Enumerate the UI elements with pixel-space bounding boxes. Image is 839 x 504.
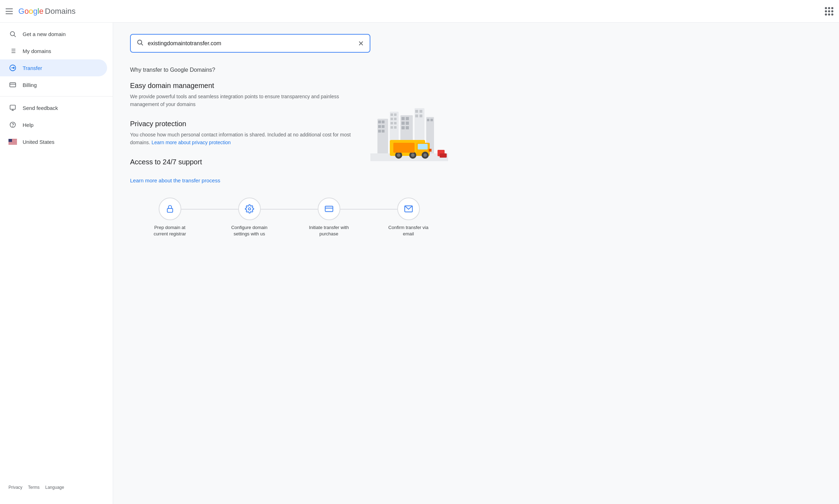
svg-rect-73 <box>325 206 333 211</box>
svg-rect-28 <box>382 121 385 123</box>
svg-rect-43 <box>401 117 405 120</box>
why-transfer-section: Why transfer to Google Domains? Easy dom… <box>130 67 448 237</box>
why-title: Why transfer to Google Domains? <box>130 67 448 73</box>
svg-rect-23 <box>8 139 12 142</box>
svg-rect-46 <box>406 122 409 125</box>
svg-rect-31 <box>378 130 381 133</box>
svg-rect-26 <box>377 119 388 154</box>
sidebar-divider <box>0 96 113 96</box>
step-confirm-label: Confirm transfer via email <box>387 224 430 237</box>
sidebar-country-label: United States <box>23 139 54 145</box>
sidebar-item-feedback[interactable]: Send feedback <box>0 99 107 116</box>
svg-rect-39 <box>394 122 397 124</box>
sidebar: Get a new domain My domains <box>0 23 113 504</box>
svg-rect-60 <box>418 144 428 150</box>
help-icon <box>8 121 17 129</box>
email-icon-circle <box>397 198 420 220</box>
layout: Get a new domain My domains <box>0 23 839 504</box>
clear-search-icon[interactable]: ✕ <box>358 39 364 48</box>
svg-rect-50 <box>415 110 418 113</box>
step-initiate-label: Initiate transfer with purchase <box>308 224 350 237</box>
sidebar-item-get-domain[interactable]: Get a new domain <box>0 25 107 42</box>
feedback-icon <box>8 104 17 112</box>
svg-rect-38 <box>391 122 393 124</box>
support-title: Access to 24/7 support <box>130 158 353 166</box>
sidebar-get-domain-label: Get a new domain <box>23 31 66 37</box>
svg-point-24 <box>137 40 142 44</box>
features-list: Easy domain management We provide powerf… <box>130 82 353 177</box>
feature-support: Access to 24/7 support <box>130 158 353 166</box>
logo-google-text: Google <box>18 7 43 16</box>
logo-domains-text: Domains <box>45 7 76 16</box>
svg-rect-71 <box>167 208 172 212</box>
header: Google Domains <box>0 0 839 23</box>
sidebar-help-label: Help <box>23 122 34 128</box>
footer-links: Privacy Terms Language <box>0 479 113 496</box>
terms-link[interactable]: Terms <box>28 485 40 490</box>
step-initiate: Initiate transfer with purchase <box>289 198 369 237</box>
step-confirm: Confirm transfer via email <box>369 198 448 237</box>
sidebar-feedback-label: Send feedback <box>23 105 58 111</box>
svg-point-63 <box>397 153 400 157</box>
easy-management-title: Easy domain management <box>130 82 353 90</box>
sidebar-my-domains-label: My domains <box>23 48 51 54</box>
svg-point-65 <box>411 153 415 157</box>
google-apps-icon[interactable] <box>825 7 833 16</box>
svg-rect-35 <box>394 113 397 116</box>
svg-rect-34 <box>391 113 393 116</box>
svg-rect-44 <box>406 117 409 120</box>
privacy-link[interactable]: Privacy <box>8 485 22 490</box>
svg-rect-48 <box>406 126 409 129</box>
svg-rect-29 <box>378 125 381 128</box>
sidebar-item-transfer[interactable]: Transfer <box>0 59 107 76</box>
svg-rect-52 <box>415 115 418 117</box>
feature-easy-management: Easy domain management We provide powerf… <box>130 82 353 109</box>
svg-rect-55 <box>427 119 429 121</box>
svg-rect-27 <box>378 121 381 123</box>
svg-rect-37 <box>394 118 397 120</box>
svg-rect-40 <box>391 126 393 129</box>
svg-rect-20 <box>8 142 17 142</box>
svg-rect-56 <box>430 119 433 121</box>
svg-rect-51 <box>420 110 422 113</box>
svg-line-1 <box>14 35 16 37</box>
svg-rect-30 <box>382 125 385 128</box>
svg-rect-32 <box>382 130 385 133</box>
easy-management-desc: We provide powerful tools and seamless i… <box>130 93 353 109</box>
hamburger-menu-icon[interactable] <box>6 8 13 14</box>
step-configure: Configure domain settings with us <box>210 198 289 237</box>
sidebar-item-country[interactable]: United States <box>0 133 107 150</box>
sidebar-item-help[interactable]: Help <box>0 116 107 133</box>
svg-rect-22 <box>8 144 17 144</box>
svg-point-0 <box>10 31 14 36</box>
svg-rect-61 <box>429 149 432 152</box>
svg-rect-21 <box>8 143 17 143</box>
svg-rect-47 <box>401 126 405 129</box>
search-icon <box>136 39 143 48</box>
credit-card-icon-circle <box>318 198 340 220</box>
svg-rect-11 <box>10 105 16 110</box>
step-prep-label: Prep domain at current registrar <box>149 224 191 237</box>
privacy-learn-more-link[interactable]: Learn more about privacy protection <box>152 140 231 145</box>
svg-point-15 <box>13 126 13 127</box>
sidebar-item-my-domains[interactable]: My domains <box>0 42 107 59</box>
language-link[interactable]: Language <box>45 485 64 490</box>
svg-line-25 <box>141 44 143 46</box>
svg-point-67 <box>423 153 427 157</box>
learn-more-transfer-link[interactable]: Learn more about the transfer process <box>130 177 220 183</box>
svg-rect-53 <box>420 115 422 117</box>
step-configure-label: Configure domain settings with us <box>228 224 271 237</box>
transfer-steps: Prep domain at current registrar Configu… <box>130 198 448 237</box>
billing-icon <box>8 81 17 89</box>
lock-icon-circle <box>159 198 181 220</box>
sidebar-bottom: Privacy Terms Language <box>0 479 113 501</box>
main-content: ✕ Why transfer to Google Domains? Easy d… <box>113 23 839 504</box>
settings-icon-circle <box>238 198 261 220</box>
svg-rect-41 <box>394 126 397 129</box>
privacy-protection-title: Privacy protection <box>130 120 353 128</box>
sidebar-item-billing[interactable]: Billing <box>0 76 107 93</box>
domain-search-input[interactable] <box>148 40 358 47</box>
search-bar: ✕ <box>130 34 370 53</box>
privacy-protection-desc: You choose how much personal contact inf… <box>130 131 353 147</box>
feature-privacy-protection: Privacy protection You choose how much p… <box>130 120 353 147</box>
